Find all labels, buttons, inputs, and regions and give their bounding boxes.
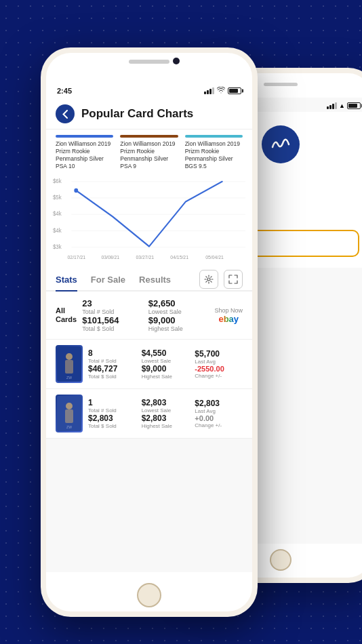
chart-area: $6k $5k $4k $4k $3k 02/17 — [46, 173, 252, 268]
tab-results[interactable]: Results — [139, 268, 171, 290]
card-thumbnail-2: ZW — [56, 395, 83, 432]
secondary-signal — [327, 102, 337, 109]
svg-rect-8 — [65, 360, 73, 374]
expand-icon — [228, 275, 238, 284]
wifi-icon — [217, 87, 225, 95]
phone-main: 2:45 — [41, 47, 258, 617]
tab-stats[interactable]: Stats — [56, 268, 77, 290]
legend-color-1 — [56, 135, 113, 138]
app-header: Popular Card Charts — [46, 98, 252, 129]
main-screen: 2:45 — [46, 83, 252, 572]
card-row-2-avg-cell: $2,803 Last Avg +0.00 Change +/- — [195, 399, 243, 428]
settings-icon — [204, 275, 214, 284]
card-row-2-range-cell: $2,803 Lowest Sale $2,803 Highest Sale — [142, 398, 190, 429]
chart-svg: $6k $5k $4k $4k $3k 02/17 — [53, 176, 245, 265]
y-label-5k: $5k — [53, 194, 62, 201]
expand-button[interactable] — [224, 270, 243, 289]
ebay-logo: ebay — [218, 314, 239, 324]
battery-icon — [228, 87, 241, 94]
svg-point-7 — [66, 353, 73, 360]
card-row-1-avg-cell: $5,700 Last Avg -2550.00 Change +/- — [195, 349, 243, 379]
total-dollars-label: Total $ Sold — [82, 325, 143, 332]
back-arrow-icon — [62, 110, 68, 119]
svg-text:ZW: ZW — [66, 425, 72, 429]
x-label-1: 02/17/21 — [68, 254, 86, 261]
card-row-1-sold-cell: 8 Total # Sold $46,727 Total $ Sold — [88, 348, 136, 380]
legend-color-2 — [120, 135, 178, 138]
table-row: ZW 8 Total # Sold $46,727 Total $ Sold $… — [46, 340, 252, 389]
legend-item-1: Zion Williamson 2019 Prizm Rookie Penman… — [56, 135, 113, 170]
tabs-bar: Stats For Sale Results — [46, 268, 252, 291]
total-sold-label: Total # Sold — [82, 308, 143, 315]
settings-button[interactable] — [199, 270, 218, 289]
total-dollars: $101,564 — [82, 315, 143, 325]
signal-icon — [204, 87, 214, 94]
logo-wave-icon — [270, 134, 291, 155]
secondary-battery-icon — [347, 102, 361, 109]
total-sold-count: 23 — [82, 298, 143, 308]
x-label-2: 03/08/21 — [101, 254, 119, 261]
svg-text:ZW: ZW — [66, 376, 72, 380]
status-icons — [204, 87, 241, 95]
chart-line-psa10 — [76, 182, 222, 247]
y-label-6k: $6k — [53, 178, 62, 185]
shop-now-ebay[interactable]: Shop Now ebay — [214, 307, 243, 324]
x-label-3: 03/27/21 — [136, 254, 154, 261]
time-display: 2:45 — [57, 87, 72, 95]
stats-table: AllCards 23 Total # Sold $101,564 Total … — [46, 291, 252, 439]
legend-text-1: Zion Williamson 2019 Prizm Rookie Penman… — [56, 140, 110, 169]
secondary-status-icons: ▲ — [327, 102, 361, 109]
phone-speaker — [129, 60, 169, 64]
card-row-1-change: -2550.00 — [195, 365, 243, 373]
svg-point-5 — [207, 278, 210, 281]
svg-rect-12 — [65, 409, 73, 423]
phone-camera — [173, 58, 180, 64]
tab-action-icons — [199, 270, 243, 289]
y-label-4k-2: $4k — [53, 226, 62, 234]
y-label-3k: $3k — [53, 243, 62, 251]
highest-sale-label: Highest Sale — [148, 325, 209, 332]
total-sold-cell: 23 Total # Sold $101,564 Total $ Sold — [82, 298, 143, 332]
tab-for-sale[interactable]: For Sale — [91, 268, 125, 290]
chart-dot-1 — [74, 188, 78, 193]
card-art-2: ZW — [57, 396, 81, 431]
legend-text-2: Zion Williamson 2019 Prizm Rookie Penman… — [120, 140, 175, 169]
card-row-2-change: +0.00 — [195, 414, 243, 422]
sale-range-cell: $2,650 Lowest Sale $9,000 Highest Sale — [148, 298, 209, 332]
highest-sale: $9,000 — [148, 315, 209, 325]
secondary-wifi-icon: ▲ — [339, 102, 345, 109]
secondary-home-button[interactable] — [270, 549, 291, 571]
secondary-speaker — [264, 83, 298, 86]
all-cards-label: AllCards — [56, 306, 77, 324]
all-cards-row: AllCards 23 Total # Sold $101,564 Total … — [46, 291, 252, 340]
svg-point-11 — [66, 403, 73, 409]
card-art-1: ZW — [57, 346, 81, 382]
home-button[interactable] — [137, 583, 161, 607]
card-thumbnail-1: ZW — [56, 345, 83, 383]
table-row: ZW 1 Total # Sold $2,803 Total $ Sold $2… — [46, 389, 252, 439]
legend-text-3: Zion Williamson 2019 Prizm Rookie Penman… — [185, 140, 240, 169]
app-logo — [262, 125, 300, 163]
legend-color-3 — [185, 135, 243, 138]
legend-item-3: Zion Williamson 2019 Prizm Rookie Penman… — [185, 135, 243, 170]
legend-item-2: Zion Williamson 2019 Prizm Rookie Penman… — [120, 135, 178, 170]
back-button[interactable] — [56, 104, 75, 123]
y-label-4k-1: $4k — [53, 210, 62, 218]
page-title: Popular Card Charts — [81, 107, 193, 121]
card-row-1-range-cell: $4,550 Lowest Sale $9,000 Highest Sale — [142, 348, 190, 380]
shop-now-label: Shop Now — [214, 307, 243, 314]
lowest-sale-label: Lowest Sale — [148, 308, 209, 315]
lowest-sale: $2,650 — [148, 298, 209, 308]
status-bar: 2:45 — [46, 83, 252, 98]
x-label-5: 05/04/21 — [205, 254, 224, 261]
chart-legend: Zion Williamson 2019 Prizm Rookie Penman… — [46, 129, 252, 173]
card-row-2-sold-cell: 1 Total # Sold $2,803 Total $ Sold — [88, 398, 136, 429]
x-label-4: 04/15/21 — [170, 254, 188, 261]
